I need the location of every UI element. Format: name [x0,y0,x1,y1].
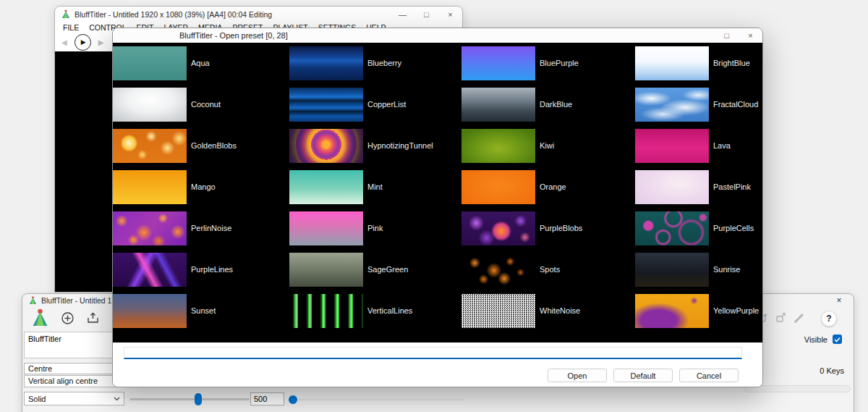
preset-name: Mint [367,170,383,204]
preset-thumbnail-hypnotizingtunnel[interactable] [289,129,363,163]
scale-tool-icon[interactable] [775,312,786,324]
preset-item[interactable]: SageGreen [289,253,461,294]
preset-thumbnail-spots[interactable] [461,253,535,287]
preset-name: Sunset [191,294,216,328]
preset-name: BrightBlue [713,46,750,80]
preset-item[interactable]: Mango [113,170,289,211]
add-layer-icon[interactable] [61,311,75,325]
preset-item[interactable]: WhiteNoise [461,294,635,335]
preset-thumbnail-brightblue[interactable] [635,46,709,80]
preset-item[interactable]: Aqua [113,46,289,88]
preset-item[interactable]: Lava [635,129,762,170]
size-value-input[interactable] [250,392,284,405]
preset-thumbnail-kiwi[interactable] [461,129,535,163]
size-slider-track[interactable] [129,398,250,400]
preset-thumbnail-sagegreen[interactable] [289,253,363,287]
menu-item-file[interactable]: FILE [58,23,84,32]
close-icon[interactable]: × [739,28,762,43]
preset-item[interactable]: Mint [289,170,461,211]
preset-name: Mango [191,170,216,204]
preset-item[interactable]: VerticalLines [289,294,461,335]
preset-item[interactable]: Coconut [113,88,289,129]
dialog-title-bar[interactable]: BluffTitler - Open preset [0, 28] □ × [113,28,762,43]
secondary-slider-track[interactable] [293,399,464,400]
preset-item[interactable]: BrightBlue [635,46,762,88]
preset-thumbnail-pastelpink[interactable] [635,170,709,204]
preset-grid: AquaBlueberryBluePurpleBrightBlueCoconut… [113,43,762,342]
default-button[interactable]: Default [613,369,673,382]
preset-thumbnail-goldenblobs[interactable] [113,129,187,163]
preset-thumbnail-darkblue[interactable] [461,88,535,122]
blufftitler-logo-icon [31,308,49,327]
preset-item[interactable]: GoldenBlobs [113,129,289,170]
maximize-icon[interactable]: □ [715,28,739,43]
preset-name: PurpleBlobs [540,211,582,245]
preset-item[interactable]: PerlinNoise [113,211,289,253]
filename-input[interactable] [124,347,742,359]
preset-item[interactable]: HypnotizingTunnel [289,129,461,170]
preset-thumbnail-perlinnoise[interactable] [113,211,187,245]
previous-icon[interactable]: ◀ [61,38,67,46]
preset-thumbnail-orange[interactable] [461,170,535,204]
preset-item[interactable]: Pink [289,211,461,253]
preset-item[interactable]: Kiwi [461,129,635,170]
preset-item[interactable]: BluePurple [461,46,635,88]
minimize-icon[interactable]: — [391,7,414,22]
maximize-icon[interactable]: □ [414,7,438,22]
size-slider-handle[interactable] [195,393,202,405]
dialog-title: BluffTitler - Open preset [0, 28] [179,31,288,40]
preset-name: BluePurple [540,46,579,80]
preset-thumbnail-whitenoise[interactable] [461,294,535,328]
help-button[interactable]: ? [821,311,837,327]
preset-thumbnail-copperlist[interactable] [289,88,363,122]
preset-thumbnail-sunrise[interactable] [635,253,709,287]
dialog-footer: Open Default Cancel [113,342,762,387]
preset-item[interactable]: PurpleBlobs [461,211,635,253]
preset-item[interactable]: PurpleCells [635,211,762,253]
keys-count-label: 0 Keys [820,366,844,375]
cancel-button[interactable]: Cancel [679,369,739,382]
play-button[interactable]: ▶ [75,34,91,51]
style-dropdown[interactable]: Solid [24,392,124,405]
preset-thumbnail-bluepurple[interactable] [461,46,535,80]
preset-thumbnail-verticallines[interactable] [289,294,363,328]
secondary-slider-handle[interactable] [289,395,297,404]
preset-thumbnail-yellowpurple[interactable] [635,294,709,328]
preset-thumbnail-aqua[interactable] [113,46,187,80]
preset-name: Spots [540,253,560,287]
preset-item[interactable]: FractalCloud [635,88,762,129]
visible-checkbox[interactable] [833,335,842,344]
preset-name: Blueberry [367,46,401,80]
export-icon[interactable] [86,311,100,325]
close-icon[interactable]: × [438,7,462,22]
preset-thumbnail-purpleblobs[interactable] [461,211,535,245]
close-icon[interactable]: × [829,295,849,306]
preset-item[interactable]: YellowPurple [635,294,762,335]
preset-thumbnail-pink[interactable] [289,211,363,245]
preset-item[interactable]: PastelPink [635,170,762,211]
preset-item[interactable]: DarkBlue [461,88,635,129]
preset-item[interactable]: PurpleLines [113,253,289,294]
preset-item[interactable]: CopperList [289,88,461,129]
preset-thumbnail-sunset[interactable] [113,294,187,328]
preset-item[interactable]: Spots [461,253,635,294]
preset-item[interactable]: Blueberry [289,46,461,88]
preset-item[interactable]: Sunset [113,294,289,335]
preset-item[interactable]: Sunrise [635,253,762,294]
preset-thumbnail-blueberry[interactable] [289,46,363,80]
pencil-icon[interactable] [793,311,806,324]
preset-item[interactable]: Orange [461,170,635,211]
preset-thumbnail-purplelines[interactable] [113,253,187,287]
preset-thumbnail-coconut[interactable] [113,88,187,122]
preset-name: PastelPink [713,170,751,204]
preset-thumbnail-lava[interactable] [635,129,709,163]
preset-thumbnail-fractalcloud[interactable] [635,88,709,122]
next-icon[interactable]: ▶ [98,38,104,46]
preset-name: PerlinNoise [191,211,231,245]
preset-thumbnail-mango[interactable] [113,170,187,204]
preset-thumbnail-purplecells[interactable] [635,211,709,245]
blufftitler-logo-icon [29,296,37,305]
title-bar[interactable]: BluffTitler - Untitled 1920 x 1080 (39%)… [55,7,462,22]
preset-thumbnail-mint[interactable] [289,170,363,204]
open-button[interactable]: Open [548,369,607,382]
